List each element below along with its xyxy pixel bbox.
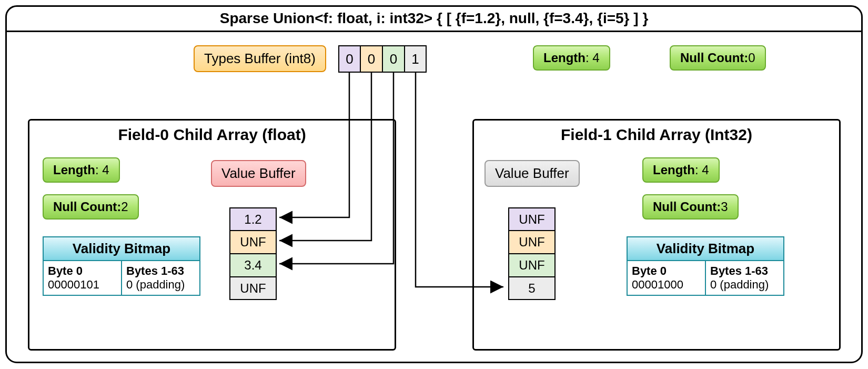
child1-valuebuffer-label: Value Buffer — [485, 160, 580, 187]
child1-length-label: Length — [653, 163, 695, 177]
child1-value-1: UNF — [508, 231, 556, 254]
union-nullcount-label: Null Count: — [680, 51, 748, 65]
child0-vb-col1-h: Bytes 1-63 — [126, 264, 195, 278]
types-cell-2: 0 — [382, 45, 405, 73]
child0-nullcount-value: 2 — [121, 200, 128, 214]
child0-value-2: 3.4 — [229, 254, 277, 277]
diagram-title: Sparse Union<f: float, i: int32> { [ {f=… — [7, 7, 861, 32]
child0-panel: Field-0 Child Array (float) Length: 4 Nu… — [28, 119, 396, 351]
child1-nullcount-value: 3 — [721, 200, 728, 214]
child0-title: Field-0 Child Array (float) — [29, 121, 395, 151]
types-buffer-cells: 0 0 0 1 — [338, 45, 427, 73]
child1-vb-col1-v: 0 (padding) — [710, 278, 779, 292]
child0-validity-bitmap: Validity Bitmap Byte 0 00000101 Bytes 1-… — [43, 236, 200, 296]
child0-vb-col0-v: 00000101 — [48, 278, 117, 292]
diagram-frame: Sparse Union<f: float, i: int32> { [ {f=… — [5, 5, 863, 363]
types-cell-3: 1 — [405, 45, 427, 73]
child1-vb-col0-v: 00001000 — [632, 278, 701, 292]
child1-value-0: UNF — [508, 207, 556, 231]
child1-panel: Field-1 Child Array (Int32) Value Buffer… — [472, 119, 841, 351]
child1-vb-title: Validity Bitmap — [628, 237, 783, 261]
child0-nullcount-label: Null Count: — [53, 200, 121, 214]
types-cell-1: 0 — [360, 45, 382, 73]
child0-valuebuffer-label: Value Buffer — [211, 160, 306, 187]
child0-vb-col0-h: Byte 0 — [48, 264, 117, 278]
child1-values-stack: UNF UNF UNF 5 — [508, 207, 556, 300]
child1-vb-col1-h: Bytes 1-63 — [710, 264, 779, 278]
child1-value-3: 5 — [508, 277, 556, 300]
child1-nullcount-badge: Null Count: 3 — [642, 194, 739, 220]
union-length-value: : 4 — [586, 51, 600, 65]
child1-length-badge: Length: 4 — [642, 157, 720, 183]
child0-length-value: : 4 — [95, 163, 109, 177]
child1-vb-col0-h: Byte 0 — [632, 264, 701, 278]
child0-length-badge: Length: 4 — [43, 157, 120, 183]
child0-vb-col1-v: 0 (padding) — [126, 278, 195, 292]
child0-length-label: Length — [53, 163, 95, 177]
child0-values-stack: 1.2 UNF 3.4 UNF — [229, 207, 277, 300]
union-nullcount-value: 0 — [748, 51, 755, 65]
types-buffer-label: Types Buffer (int8) — [194, 45, 326, 72]
child1-value-2: UNF — [508, 254, 556, 277]
union-nullcount-badge: Null Count: 0 — [670, 45, 766, 71]
child0-nullcount-badge: Null Count: 2 — [43, 194, 139, 220]
child1-nullcount-label: Null Count: — [653, 200, 721, 214]
child1-title: Field-1 Child Array (Int32) — [474, 121, 839, 151]
child0-value-1: UNF — [229, 231, 277, 254]
child0-vb-title: Validity Bitmap — [44, 237, 199, 261]
child0-value-3: UNF — [229, 277, 277, 300]
child1-validity-bitmap: Validity Bitmap Byte 0 00001000 Bytes 1-… — [627, 236, 784, 296]
union-length-label: Length — [543, 51, 586, 65]
child1-length-value: : 4 — [695, 163, 709, 177]
union-length-badge: Length: 4 — [533, 45, 610, 71]
child0-value-0: 1.2 — [229, 207, 277, 231]
types-cell-0: 0 — [338, 45, 360, 73]
diagram-body: Types Buffer (int8) 0 0 0 1 Length: 4 Nu… — [7, 32, 861, 362]
